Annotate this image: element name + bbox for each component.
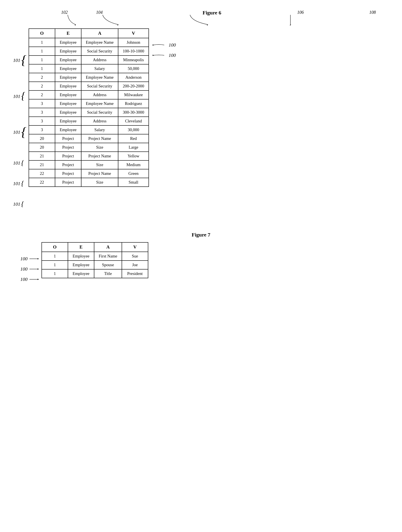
table-row: 22ProjectSizeSmall (29, 178, 149, 187)
cell-v-15: Green (118, 169, 149, 178)
cell-v-13: Yellow (118, 152, 149, 160)
header-o: O (29, 29, 55, 38)
cell-e-1: Employee (55, 47, 81, 56)
right-ann-100-1: 100 (151, 40, 176, 50)
cell-a-3: Salary (81, 64, 118, 73)
header-v: V (118, 29, 149, 38)
cell-a-12: Size (81, 143, 118, 152)
table-row: 1EmployeeSpouseJoe (42, 260, 148, 269)
cell-e-3: Employee (55, 64, 81, 73)
cell-a-10: Salary (81, 126, 118, 134)
cell-o-11: 20 (29, 134, 55, 143)
fig7-ann-1: 100 (13, 253, 39, 264)
fig7-cell-v-0: Sue (122, 252, 148, 260)
figure6-table: O E A V 1EmployeeEmployee NameJohnson1Em… (29, 28, 149, 187)
figure7-left-annotations: 100 100 100 (13, 242, 39, 284)
cell-o-6: 2 (29, 90, 55, 99)
group-label-101-4: 101 { (13, 153, 26, 173)
fig7-cell-a-1: Spouse (94, 260, 122, 269)
cell-e-11: Project (55, 134, 81, 143)
cell-v-3: 50,000 (118, 64, 149, 73)
cell-a-6: Address (81, 90, 118, 99)
figure7-section: Figure 7 100 100 100 (13, 232, 389, 284)
svg-marker-5 (153, 55, 154, 56)
cell-a-15: Project Name (81, 169, 118, 178)
fig7-cell-e-0: Employee (68, 252, 94, 260)
cell-v-1: 100-10-1000 (118, 47, 149, 56)
table-row: 3EmployeeSalary30,000 (29, 126, 149, 134)
fig7-cell-a-2: Title (94, 269, 122, 278)
figure7-table-area: 100 100 100 (13, 242, 389, 284)
table-row: 1EmployeeEmployee NameJohnson (29, 38, 149, 47)
figure6-section: 102 104 Figure 6 106 108 (13, 9, 389, 215)
cell-v-6: Milwaukee (118, 90, 149, 99)
cell-o-4: 2 (29, 73, 55, 82)
fig7-cell-e-1: Employee (68, 260, 94, 269)
table-row: 21ProjectSizeMedium (29, 160, 149, 169)
group-label-101-5: 101 { (13, 173, 26, 194)
cell-a-1: Social Security (81, 47, 118, 56)
fig7-cell-a-0: First Name (94, 252, 122, 260)
right-ann-100-2: 100 (151, 50, 176, 60)
cell-a-2: Address (81, 56, 118, 64)
cell-v-11: Red (118, 134, 149, 143)
cell-o-5: 2 (29, 82, 55, 90)
table-row: 20ProjectProject NameRed (29, 134, 149, 143)
figure6-table-container: O E A V 1EmployeeEmployee NameJohnson1Em… (29, 28, 149, 215)
cell-v-8: 300-30-3000 (118, 108, 149, 117)
cell-e-15: Project (55, 169, 81, 178)
cell-o-8: 3 (29, 108, 55, 117)
cell-a-11: Project Name (81, 134, 118, 143)
fig7-arrow-2 (28, 266, 39, 272)
figure6-table-area: 101 { 101 { 101 { 101 { 101 { (13, 28, 389, 215)
cell-o-0: 1 (29, 38, 55, 47)
fig7-header-o: O (42, 242, 68, 252)
header-a: A (81, 29, 118, 38)
cell-a-5: Social Security (81, 82, 118, 90)
fig7-cell-v-1: Joe (122, 260, 148, 269)
cell-o-10: 3 (29, 126, 55, 134)
table-row: 3EmployeeEmployee NameRodriguez (29, 99, 149, 108)
left-annotations: 101 { 101 { 101 { 101 { 101 { (13, 28, 26, 215)
cell-v-12: Large (118, 143, 149, 152)
group-label-101-3: 101 { (13, 112, 26, 153)
cell-v-10: 30,000 (118, 126, 149, 134)
table-row: 1EmployeeFirst NameSue (42, 252, 148, 260)
svg-marker-6 (37, 258, 39, 260)
fig7-ann-2: 100 (13, 264, 39, 274)
cell-e-10: Employee (55, 126, 81, 134)
figure7-table-container: O E A V 1EmployeeFirst NameSue1EmployeeS… (42, 242, 148, 284)
svg-marker-7 (37, 268, 39, 270)
fig7-arrow-1 (28, 255, 39, 262)
table-row: 3EmployeeAddressCleveland (29, 117, 149, 126)
cell-v-5: 200-20-2000 (118, 82, 149, 90)
svg-marker-8 (37, 279, 39, 280)
cell-v-0: Johnson (118, 38, 149, 47)
cell-e-9: Employee (55, 117, 81, 126)
table-row: 1EmployeeSalary50,000 (29, 64, 149, 73)
cell-e-5: Employee (55, 82, 81, 90)
cell-o-15: 22 (29, 169, 55, 178)
cell-a-16: Size (81, 178, 118, 187)
table-row: 2EmployeeSocial Security200-20-2000 (29, 82, 149, 90)
fig7-cell-o-1: 1 (42, 260, 68, 269)
cell-o-16: 22 (29, 178, 55, 187)
fig7-cell-v-2: President (122, 269, 148, 278)
cell-e-8: Employee (55, 108, 81, 117)
cell-o-14: 21 (29, 160, 55, 169)
cell-o-9: 3 (29, 117, 55, 126)
table-row: 2EmployeeAddressMilwaukee (29, 90, 149, 99)
cell-v-7: Rodriguez (118, 99, 149, 108)
figure7-title-area: Figure 7 (13, 232, 389, 238)
table-row: 21ProjectProject NameYellow (29, 152, 149, 160)
table-row: 1EmployeeAddressMinneapolis (29, 56, 149, 64)
figure7-title: Figure 7 (192, 232, 210, 238)
fig7-cell-e-2: Employee (68, 269, 94, 278)
group-label-101-6: 101 { (13, 194, 26, 215)
cell-o-1: 1 (29, 47, 55, 56)
cell-v-2: Minneapolis (118, 56, 149, 64)
cell-e-4: Employee (55, 73, 81, 82)
cell-e-14: Project (55, 160, 81, 169)
group-label-101-1: 101 { (13, 40, 26, 81)
cell-v-14: Medium (118, 160, 149, 169)
